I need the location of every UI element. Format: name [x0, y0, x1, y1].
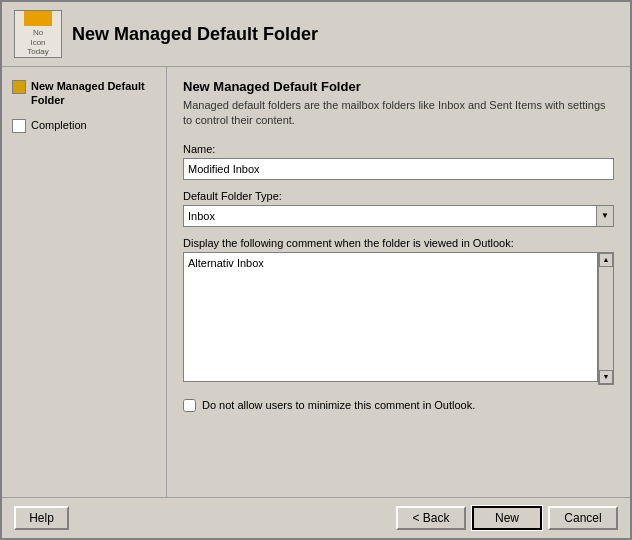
comment-textarea[interactable]: Alternativ Inbox — [183, 252, 598, 382]
back-button-label: < Back — [412, 511, 449, 525]
name-input[interactable] — [183, 158, 614, 180]
folder-type-group: Default Folder Type: Inbox Sent Items Dr… — [183, 190, 614, 227]
dialog: NoIconToday New Managed Default Folder N… — [0, 0, 632, 540]
dialog-title: New Managed Default Folder — [72, 24, 318, 45]
cancel-button-label: Cancel — [564, 511, 601, 525]
sidebar-item-completion[interactable]: Completion — [8, 114, 160, 137]
main-content: New Managed Default Folder Completion Ne… — [2, 67, 630, 497]
title-bar: NoIconToday New Managed Default Folder — [2, 2, 630, 67]
checkbox-icon — [12, 119, 26, 133]
minimize-comment-checkbox[interactable] — [183, 399, 196, 412]
sidebar-item-label: New Managed Default Folder — [31, 79, 156, 108]
checkbox-row: Do not allow users to minimize this comm… — [183, 399, 614, 412]
new-button-label: New — [495, 511, 519, 525]
new-button[interactable]: New — [472, 506, 542, 530]
textarea-scrollbar: ▲ ▼ — [598, 252, 614, 385]
comment-group: Display the following comment when the f… — [183, 237, 614, 385]
comment-textarea-wrapper: Alternativ Inbox ▲ ▼ — [183, 252, 614, 385]
form-area: New Managed Default Folder Managed defau… — [167, 67, 630, 497]
cancel-button[interactable]: Cancel — [548, 506, 618, 530]
name-group: Name: — [183, 143, 614, 180]
name-label: Name: — [183, 143, 614, 155]
sidebar: New Managed Default Folder Completion — [2, 67, 167, 497]
help-button[interactable]: Help — [14, 506, 69, 530]
sidebar-item-new-managed-default-folder[interactable]: New Managed Default Folder — [8, 75, 160, 112]
icon-label: NoIconToday — [27, 28, 48, 57]
checkbox-label: Do not allow users to minimize this comm… — [202, 399, 475, 411]
scrollbar-track — [599, 267, 613, 370]
comment-label: Display the following comment when the f… — [183, 237, 614, 249]
sidebar-item-label-completion: Completion — [31, 118, 87, 132]
dialog-footer: Help < Back New Cancel — [2, 497, 630, 538]
dialog-icon: NoIconToday — [14, 10, 62, 58]
help-button-label: Help — [29, 511, 54, 525]
folder-type-label: Default Folder Type: — [183, 190, 614, 202]
folder-type-select-wrapper: Inbox Sent Items Drafts Deleted Items Ca… — [183, 205, 614, 227]
folder-type-select[interactable]: Inbox Sent Items Drafts Deleted Items Ca… — [183, 205, 614, 227]
scrollbar-down-icon[interactable]: ▼ — [599, 370, 613, 384]
back-button[interactable]: < Back — [396, 506, 466, 530]
form-title: New Managed Default Folder — [183, 79, 614, 94]
footer-right-buttons: < Back New Cancel — [396, 506, 618, 530]
scrollbar-up-icon[interactable]: ▲ — [599, 253, 613, 267]
folder-icon — [12, 80, 26, 94]
form-description: Managed default folders are the mailbox … — [183, 98, 614, 129]
